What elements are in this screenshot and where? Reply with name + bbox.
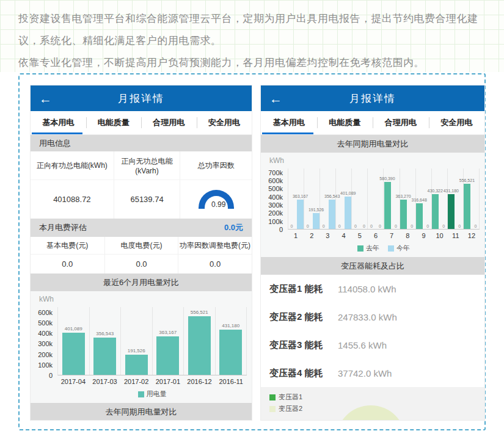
tab-safe-power[interactable]: 安全用电 [429,111,485,134]
x-axis-label: 4 [336,230,352,239]
chart-x-axis: 123456789101112 [288,230,480,239]
bar-zero-label: 0 [411,223,413,229]
bar [313,213,320,229]
x-axis-label: 2017-02 [120,375,152,385]
tab-basic-power[interactable]: 基本用电 [261,111,317,134]
section-header-usage-info: 用电信息 [31,135,252,151]
tab-reasonable-power[interactable]: 合理用电 [141,111,197,134]
bar-slot: 0 [320,168,327,229]
bar-value-label: 431,180 [444,189,459,193]
bar-value-label: 363,167 [293,194,308,198]
bill-column-headers: 基本电费(元) 电度电费(元) 功率因数调整电费(元) [31,237,252,254]
phone-screen-left: ← 月报详情 基本用电 电能质量 合理用电 安全用电 用电信息 正向有功总电能(… [31,85,252,420]
bar-zero-label: 0 [323,223,325,229]
bar-zero-label: 0 [370,223,373,229]
bar-slot: 556,521 [464,168,470,229]
column-header-basic-fee: 基本电费(元) [31,237,104,254]
bar [416,203,423,229]
y-tick-label: 100k [268,219,283,225]
bar-slot: 0 [368,168,374,229]
bar-zero-label: 0 [442,223,445,229]
y-tick-label: 300k [268,202,283,208]
bar-slot: 356,543 [329,168,335,229]
bar [448,194,455,229]
bar-group: 363,167 [153,307,184,375]
bar-zero-label: 0 [395,223,397,229]
bar-slot: 401,089 [345,168,351,229]
bar-slot: 0 [440,168,447,229]
transformer-3-value: 1455.6 kWh [338,340,387,350]
column-header-power-factor: 总功率因数 [180,151,252,179]
transformer-1-value: 114058.0 kWh [338,284,396,294]
bar [93,338,116,375]
tab-basic-power[interactable]: 基本用电 [31,111,86,134]
bar-slot: 431,180 [448,168,455,229]
chart-legend: 用电量 [31,385,247,402]
x-axis-label: 3 [320,230,335,239]
bar [345,197,351,229]
bill-evaluation-value: 0.0元 [224,222,243,233]
y-axis-unit-label: kWh [269,156,480,165]
tab-safe-power[interactable]: 安全用电 [197,111,252,134]
legend-item: 用电量 [138,389,167,399]
y-tick-label: 0 [279,226,283,233]
transformer-row-2: 变压器2 能耗 247833.0 kWh [261,303,484,331]
tab-power-quality[interactable]: 电能质量 [317,111,373,134]
bar-zero-label: 0 [363,223,365,229]
section-header-transformer: 变压器能耗及占比 [261,257,484,275]
chart-plot-area: 401,089356,543191,526363,167556,521431,1… [57,307,247,375]
x-axis-label: 7 [384,230,400,239]
chart-y-axis: 700k600k500k400k300k200k100k0 [261,168,288,230]
bar-group: 0401,089 [336,168,352,229]
bar [219,330,242,375]
y-tick-label: 500k [38,320,53,326]
bar-group: 191,526 [121,307,153,375]
pie-legend-item-1: 变压器1 [269,393,302,402]
chart-x-axis: 2017-042017-032017-022017-012016-122016-… [57,375,247,385]
bar-slot: 356,543 [93,307,116,375]
pf-adjust-fee-value: 0.0 [178,255,252,274]
legend-item: 今年 [388,244,410,253]
transformer-row-4: 变压器4 能耗 37742.0 kWh [261,359,484,387]
column-header-reactive-energy: 正向无功总电能(kVarh) [114,151,180,179]
section-header-last-year-compare: 去年同期用电量对比 [31,403,252,420]
y-tick-label: 700k [268,170,283,176]
chart-plot-wrap: 700k600k500k400k300k200k100k0 0363,16701… [261,168,480,230]
legend-item: 去年 [357,244,379,253]
section-header-6month-chart: 最近6个月用电量对比 [31,274,252,291]
bar-slot: 191,526 [125,307,148,375]
reactive-energy-value: 65139.74 [114,180,180,219]
basic-fee-value: 0.0 [31,255,104,274]
bill-values-row: 0.0 0.0 0.0 [31,254,252,274]
bar-group: 401,089 [58,307,90,375]
x-axis-label: 2017-04 [57,375,89,385]
bar-slot: 401,089 [62,307,85,375]
tab-bar: 基本用电 电能质量 合理用电 安全用电 [31,111,252,135]
bill-evaluation-row: 本月电费评估 0.0元 [31,219,252,237]
chart-plot-wrap: 600k500k400k300k200k100k0 401,089356,543… [31,307,247,375]
transformer-row-3: 变压器3 能耗 1455.6 kWh [261,331,484,359]
bar-value-label: 316,648 [412,198,427,202]
bar-value-label: 401,089 [65,326,82,332]
bar-slot: 363,167 [297,168,304,229]
back-arrow-icon[interactable]: ← [39,92,52,105]
active-energy-value: 401088.72 [31,180,114,219]
bar-group: 0191,526 [304,168,320,229]
bar-zero-label: 0 [379,223,381,229]
power-factor-gauge: 0.99 [199,190,234,209]
bar [62,333,85,375]
monthly-usage-bar-chart: kWh 600k500k400k300k200k100k0 401,089356… [31,291,252,403]
back-arrow-icon[interactable]: ← [269,92,282,105]
intro-paragraph-2: 依靠专业化管理，不断提高用户负荷预测能力，各月用电偏差均控制在免考核范围内。 [18,52,486,74]
bar-value-label: 191,526 [309,208,324,212]
bar-value-label: 191,526 [128,348,145,353]
tab-reasonable-power[interactable]: 合理用电 [373,111,429,134]
bar-group: 556,521 [184,307,216,375]
bar [297,200,304,229]
tab-power-quality[interactable]: 电能质量 [86,111,142,134]
chart-legend: 去年今年 [261,239,480,256]
x-axis-label: 12 [464,230,480,239]
bar-zero-label: 0 [474,223,477,229]
bar-slot: 0 [352,168,359,229]
page: 投资建设售电管理平台和综合能源管理云平台，定期为用户出具用电报告，提出节约电费合… [0,0,504,442]
